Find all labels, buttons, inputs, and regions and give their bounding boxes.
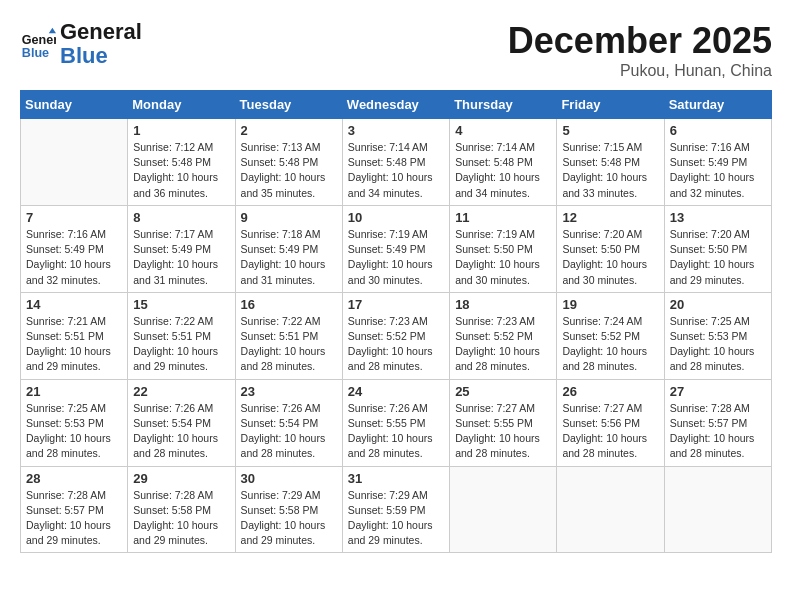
day-number: 30 bbox=[241, 471, 337, 486]
calendar-week-row: 28Sunrise: 7:28 AM Sunset: 5:57 PM Dayli… bbox=[21, 466, 772, 553]
calendar-cell: 28Sunrise: 7:28 AM Sunset: 5:57 PM Dayli… bbox=[21, 466, 128, 553]
day-number: 21 bbox=[26, 384, 122, 399]
day-number: 25 bbox=[455, 384, 551, 399]
day-number: 17 bbox=[348, 297, 444, 312]
day-number: 13 bbox=[670, 210, 766, 225]
logo-general: General bbox=[60, 19, 142, 44]
day-info: Sunrise: 7:20 AM Sunset: 5:50 PM Dayligh… bbox=[562, 227, 658, 288]
day-number: 16 bbox=[241, 297, 337, 312]
day-info: Sunrise: 7:21 AM Sunset: 5:51 PM Dayligh… bbox=[26, 314, 122, 375]
day-info: Sunrise: 7:12 AM Sunset: 5:48 PM Dayligh… bbox=[133, 140, 229, 201]
calendar-cell: 19Sunrise: 7:24 AM Sunset: 5:52 PM Dayli… bbox=[557, 292, 664, 379]
day-info: Sunrise: 7:20 AM Sunset: 5:50 PM Dayligh… bbox=[670, 227, 766, 288]
calendar-week-row: 21Sunrise: 7:25 AM Sunset: 5:53 PM Dayli… bbox=[21, 379, 772, 466]
calendar-cell: 4Sunrise: 7:14 AM Sunset: 5:48 PM Daylig… bbox=[450, 119, 557, 206]
calendar-cell: 22Sunrise: 7:26 AM Sunset: 5:54 PM Dayli… bbox=[128, 379, 235, 466]
day-info: Sunrise: 7:24 AM Sunset: 5:52 PM Dayligh… bbox=[562, 314, 658, 375]
calendar-cell: 25Sunrise: 7:27 AM Sunset: 5:55 PM Dayli… bbox=[450, 379, 557, 466]
weekday-header-wednesday: Wednesday bbox=[342, 91, 449, 119]
day-number: 22 bbox=[133, 384, 229, 399]
day-number: 12 bbox=[562, 210, 658, 225]
day-info: Sunrise: 7:16 AM Sunset: 5:49 PM Dayligh… bbox=[670, 140, 766, 201]
calendar-cell: 24Sunrise: 7:26 AM Sunset: 5:55 PM Dayli… bbox=[342, 379, 449, 466]
calendar-cell: 23Sunrise: 7:26 AM Sunset: 5:54 PM Dayli… bbox=[235, 379, 342, 466]
day-number: 10 bbox=[348, 210, 444, 225]
day-info: Sunrise: 7:18 AM Sunset: 5:49 PM Dayligh… bbox=[241, 227, 337, 288]
day-info: Sunrise: 7:15 AM Sunset: 5:48 PM Dayligh… bbox=[562, 140, 658, 201]
day-number: 6 bbox=[670, 123, 766, 138]
day-info: Sunrise: 7:14 AM Sunset: 5:48 PM Dayligh… bbox=[348, 140, 444, 201]
calendar-cell: 7Sunrise: 7:16 AM Sunset: 5:49 PM Daylig… bbox=[21, 205, 128, 292]
calendar-cell: 14Sunrise: 7:21 AM Sunset: 5:51 PM Dayli… bbox=[21, 292, 128, 379]
calendar-cell: 30Sunrise: 7:29 AM Sunset: 5:58 PM Dayli… bbox=[235, 466, 342, 553]
day-info: Sunrise: 7:26 AM Sunset: 5:54 PM Dayligh… bbox=[241, 401, 337, 462]
day-number: 3 bbox=[348, 123, 444, 138]
day-number: 28 bbox=[26, 471, 122, 486]
day-number: 31 bbox=[348, 471, 444, 486]
weekday-header-row: SundayMondayTuesdayWednesdayThursdayFrid… bbox=[21, 91, 772, 119]
day-number: 7 bbox=[26, 210, 122, 225]
calendar-week-row: 14Sunrise: 7:21 AM Sunset: 5:51 PM Dayli… bbox=[21, 292, 772, 379]
calendar-cell: 5Sunrise: 7:15 AM Sunset: 5:48 PM Daylig… bbox=[557, 119, 664, 206]
day-number: 11 bbox=[455, 210, 551, 225]
calendar-cell: 20Sunrise: 7:25 AM Sunset: 5:53 PM Dayli… bbox=[664, 292, 771, 379]
svg-marker-2 bbox=[49, 28, 56, 33]
day-info: Sunrise: 7:16 AM Sunset: 5:49 PM Dayligh… bbox=[26, 227, 122, 288]
weekday-header-tuesday: Tuesday bbox=[235, 91, 342, 119]
day-info: Sunrise: 7:13 AM Sunset: 5:48 PM Dayligh… bbox=[241, 140, 337, 201]
calendar-cell: 11Sunrise: 7:19 AM Sunset: 5:50 PM Dayli… bbox=[450, 205, 557, 292]
day-number: 2 bbox=[241, 123, 337, 138]
day-number: 18 bbox=[455, 297, 551, 312]
calendar-cell: 31Sunrise: 7:29 AM Sunset: 5:59 PM Dayli… bbox=[342, 466, 449, 553]
weekday-header-monday: Monday bbox=[128, 91, 235, 119]
calendar-cell: 9Sunrise: 7:18 AM Sunset: 5:49 PM Daylig… bbox=[235, 205, 342, 292]
calendar-cell bbox=[450, 466, 557, 553]
svg-text:Blue: Blue bbox=[22, 46, 49, 60]
day-number: 4 bbox=[455, 123, 551, 138]
day-info: Sunrise: 7:28 AM Sunset: 5:57 PM Dayligh… bbox=[670, 401, 766, 462]
day-info: Sunrise: 7:25 AM Sunset: 5:53 PM Dayligh… bbox=[670, 314, 766, 375]
day-info: Sunrise: 7:23 AM Sunset: 5:52 PM Dayligh… bbox=[455, 314, 551, 375]
logo-blue: Blue bbox=[60, 43, 108, 68]
month-title: December 2025 bbox=[508, 20, 772, 62]
day-info: Sunrise: 7:25 AM Sunset: 5:53 PM Dayligh… bbox=[26, 401, 122, 462]
day-number: 19 bbox=[562, 297, 658, 312]
calendar-cell: 21Sunrise: 7:25 AM Sunset: 5:53 PM Dayli… bbox=[21, 379, 128, 466]
calendar-cell: 13Sunrise: 7:20 AM Sunset: 5:50 PM Dayli… bbox=[664, 205, 771, 292]
weekday-header-thursday: Thursday bbox=[450, 91, 557, 119]
day-info: Sunrise: 7:19 AM Sunset: 5:50 PM Dayligh… bbox=[455, 227, 551, 288]
calendar-cell: 16Sunrise: 7:22 AM Sunset: 5:51 PM Dayli… bbox=[235, 292, 342, 379]
day-number: 14 bbox=[26, 297, 122, 312]
logo: General Blue General Blue bbox=[20, 20, 142, 68]
calendar-cell: 18Sunrise: 7:23 AM Sunset: 5:52 PM Dayli… bbox=[450, 292, 557, 379]
day-number: 26 bbox=[562, 384, 658, 399]
day-number: 27 bbox=[670, 384, 766, 399]
day-number: 20 bbox=[670, 297, 766, 312]
calendar-cell: 27Sunrise: 7:28 AM Sunset: 5:57 PM Dayli… bbox=[664, 379, 771, 466]
calendar-cell: 1Sunrise: 7:12 AM Sunset: 5:48 PM Daylig… bbox=[128, 119, 235, 206]
day-info: Sunrise: 7:28 AM Sunset: 5:58 PM Dayligh… bbox=[133, 488, 229, 549]
calendar-week-row: 7Sunrise: 7:16 AM Sunset: 5:49 PM Daylig… bbox=[21, 205, 772, 292]
day-info: Sunrise: 7:22 AM Sunset: 5:51 PM Dayligh… bbox=[241, 314, 337, 375]
weekday-header-friday: Friday bbox=[557, 91, 664, 119]
calendar-cell: 15Sunrise: 7:22 AM Sunset: 5:51 PM Dayli… bbox=[128, 292, 235, 379]
calendar-cell bbox=[557, 466, 664, 553]
logo-text: General Blue bbox=[60, 20, 142, 68]
day-info: Sunrise: 7:28 AM Sunset: 5:57 PM Dayligh… bbox=[26, 488, 122, 549]
day-number: 23 bbox=[241, 384, 337, 399]
day-number: 9 bbox=[241, 210, 337, 225]
day-number: 8 bbox=[133, 210, 229, 225]
calendar-cell: 2Sunrise: 7:13 AM Sunset: 5:48 PM Daylig… bbox=[235, 119, 342, 206]
day-number: 24 bbox=[348, 384, 444, 399]
day-info: Sunrise: 7:26 AM Sunset: 5:54 PM Dayligh… bbox=[133, 401, 229, 462]
day-info: Sunrise: 7:17 AM Sunset: 5:49 PM Dayligh… bbox=[133, 227, 229, 288]
header: General Blue General Blue December 2025 … bbox=[20, 20, 772, 80]
calendar-cell: 6Sunrise: 7:16 AM Sunset: 5:49 PM Daylig… bbox=[664, 119, 771, 206]
day-info: Sunrise: 7:27 AM Sunset: 5:56 PM Dayligh… bbox=[562, 401, 658, 462]
calendar-cell: 12Sunrise: 7:20 AM Sunset: 5:50 PM Dayli… bbox=[557, 205, 664, 292]
calendar-cell: 17Sunrise: 7:23 AM Sunset: 5:52 PM Dayli… bbox=[342, 292, 449, 379]
calendar: SundayMondayTuesdayWednesdayThursdayFrid… bbox=[20, 90, 772, 553]
weekday-header-sunday: Sunday bbox=[21, 91, 128, 119]
location-title: Pukou, Hunan, China bbox=[508, 62, 772, 80]
day-number: 15 bbox=[133, 297, 229, 312]
